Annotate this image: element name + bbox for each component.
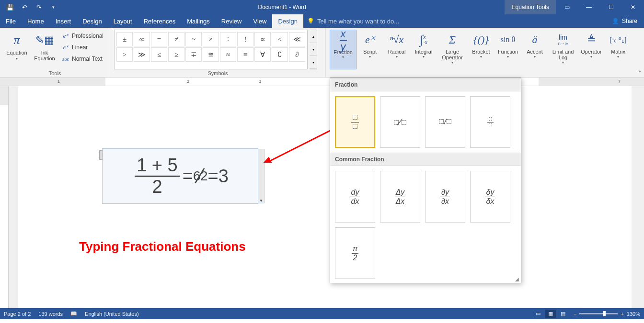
function-button[interactable]: sin θFunction▾ xyxy=(494,30,521,69)
symbol-cell[interactable]: ≡ xyxy=(237,47,253,62)
symbol-cell[interactable]: ∓ xyxy=(185,47,202,62)
chevron-down-icon: ▾ xyxy=(16,56,18,61)
equation-editor-box[interactable]: 1 + 5 2 = 6⁄2 = 3 ▼ xyxy=(102,148,258,204)
symbol-cell[interactable]: ÷ xyxy=(220,32,236,46)
fraction-template-linear[interactable]: / xyxy=(425,96,465,148)
equation-options-dropdown[interactable]: ▼ xyxy=(258,149,264,203)
scroll-up-icon[interactable]: ▴ xyxy=(310,30,317,43)
zoom-out-button[interactable]: − xyxy=(574,311,576,317)
common-fraction-item[interactable]: ΔyΔx xyxy=(380,171,420,223)
tab-view[interactable]: View xyxy=(247,14,272,28)
common-fraction-item[interactable]: π2 xyxy=(335,227,375,279)
symbol-cell[interactable]: × xyxy=(203,32,219,46)
normal-text-button[interactable]: abcNormal Text xyxy=(59,54,105,64)
document-page[interactable]: 1 + 5 2 = 6⁄2 = 3 ▼ Typing Fractional Eq… xyxy=(18,86,632,308)
stacked-fraction[interactable]: 1 + 5 2 xyxy=(135,155,180,197)
resize-grip-icon[interactable]: ◢ xyxy=(515,277,519,282)
symbol-cell[interactable]: = xyxy=(151,32,167,46)
symbol-cell[interactable]: ~ xyxy=(185,32,202,46)
symbol-cell[interactable]: ∝ xyxy=(254,32,271,46)
qat-more-icon[interactable]: ▾ xyxy=(47,1,59,13)
script-button[interactable]: eˣScript▾ xyxy=(356,30,383,69)
tab-home[interactable]: Home xyxy=(22,14,50,28)
tab-insert[interactable]: Insert xyxy=(50,14,77,28)
radical-icon: ⁿ√x xyxy=(390,31,404,49)
limit-log-button[interactable]: limn→∞Limit and Log▾ xyxy=(548,30,578,69)
accent-button[interactable]: äAccent▾ xyxy=(521,30,548,69)
symbol-cell[interactable]: ≥ xyxy=(168,47,184,62)
save-icon[interactable]: 💾 xyxy=(4,1,16,13)
zoom-level[interactable]: 130% xyxy=(627,311,640,317)
fraction-template-skewed[interactable]: ⁄ xyxy=(380,96,420,148)
equation-result[interactable]: 3 xyxy=(218,166,229,187)
skewed-fraction[interactable]: 6⁄2 xyxy=(193,164,208,188)
symbol-cell[interactable]: ≫ xyxy=(134,47,150,62)
read-mode-icon[interactable]: ▭ xyxy=(532,310,544,318)
tab-file[interactable]: File xyxy=(0,14,22,28)
symbol-cell[interactable]: ∀ xyxy=(254,47,271,62)
minimize-icon[interactable]: — xyxy=(578,0,600,14)
equation-button[interactable]: π Equation ▾ xyxy=(4,30,30,69)
common-fraction-item[interactable]: dydx xyxy=(335,171,375,223)
operator-button[interactable]: ≜Operator▾ xyxy=(578,30,605,69)
symbol-cell[interactable]: ! xyxy=(237,32,253,46)
print-layout-icon[interactable]: ▦ xyxy=(545,310,556,318)
ink-equation-button[interactable]: ✎▦ Ink Equation xyxy=(32,30,58,69)
tab-references[interactable]: References xyxy=(138,14,181,28)
tab-layout[interactable]: Layout xyxy=(108,14,138,28)
fraction-button[interactable]: xy Fraction▾ xyxy=(330,30,356,69)
tab-review[interactable]: Review xyxy=(216,14,248,28)
close-icon[interactable]: ✕ xyxy=(622,0,644,14)
status-word-count[interactable]: 139 words xyxy=(38,311,63,317)
fraction-numerator[interactable]: 1 + 5 xyxy=(135,155,180,177)
zoom-in-button[interactable]: + xyxy=(621,311,623,317)
matrix-button[interactable]: [¹₀ ⁰₁]Matrix▾ xyxy=(605,30,632,69)
zoom-slider[interactable] xyxy=(579,313,618,314)
symbols-gallery[interactable]: ±∞=≠~×÷!∝<≪>≫≤≥∓≅≈≡∀∁∂ xyxy=(114,30,308,69)
symbol-cell[interactable]: > xyxy=(116,47,133,62)
maximize-icon[interactable]: ☐ xyxy=(600,0,622,14)
equation-move-handle[interactable] xyxy=(99,150,103,160)
bracket-button[interactable]: {()}Bracket▾ xyxy=(468,30,494,69)
redo-icon[interactable]: ↷ xyxy=(33,1,45,13)
radical-button[interactable]: ⁿ√xRadical▾ xyxy=(383,30,410,69)
symbol-cell[interactable]: ≪ xyxy=(289,32,305,46)
scroll-down-icon[interactable]: ▾ xyxy=(310,43,317,56)
fraction-template-small[interactable] xyxy=(470,96,510,148)
undo-icon[interactable]: ↶ xyxy=(18,1,31,13)
web-layout-icon[interactable]: ▤ xyxy=(557,310,569,318)
integral-button[interactable]: ∫x-xIntegral▾ xyxy=(410,30,437,69)
fraction-template-stacked[interactable] xyxy=(335,96,375,148)
tab-design[interactable]: Design xyxy=(77,14,107,28)
script-icon: eˣ xyxy=(365,31,375,49)
symbol-cell[interactable]: ≠ xyxy=(168,32,184,46)
symbol-cell[interactable]: ± xyxy=(116,32,133,46)
ink-icon: ✎▦ xyxy=(35,31,54,50)
collapse-ribbon-icon[interactable]: ˄ xyxy=(639,70,641,75)
symbol-cell[interactable]: ∂ xyxy=(289,47,305,62)
symbol-cell[interactable]: ∁ xyxy=(272,47,288,62)
symbol-cell[interactable]: < xyxy=(272,32,288,46)
spellcheck-icon[interactable]: 📖 xyxy=(70,311,77,317)
large-operator-button[interactable]: ΣLarge Operator▾ xyxy=(437,30,468,69)
symbol-cell[interactable]: ≈ xyxy=(220,47,236,62)
status-page[interactable]: Page 2 of 2 xyxy=(4,311,31,317)
symbol-cell[interactable]: ≅ xyxy=(203,47,219,62)
ribbon-display-options-icon[interactable]: ▭ xyxy=(556,0,578,14)
tab-equation-design[interactable]: Design xyxy=(272,14,303,28)
professional-button[interactable]: eˣProfessional xyxy=(59,31,105,41)
tell-me-search[interactable]: 💡 Tell me what you want to do... xyxy=(303,14,605,28)
vertical-ruler[interactable] xyxy=(0,86,9,308)
common-fraction-item[interactable]: δyδx xyxy=(470,171,510,223)
horizontal-ruler[interactable]: 1 2 3 7 xyxy=(0,78,644,86)
linear-button[interactable]: eˣLinear xyxy=(59,42,105,53)
fraction-denominator[interactable]: 2 xyxy=(150,177,164,197)
common-fraction-item[interactable]: ∂y∂x xyxy=(425,171,465,223)
symbol-cell[interactable]: ∞ xyxy=(134,32,150,46)
tab-mailings[interactable]: Mailings xyxy=(181,14,216,28)
gallery-more-icon[interactable]: ▾ xyxy=(310,56,317,69)
symbol-cell[interactable]: ≤ xyxy=(151,47,167,62)
document-area[interactable]: 1 + 5 2 = 6⁄2 = 3 ▼ Typing Fractional Eq… xyxy=(0,86,644,308)
status-language[interactable]: English (United States) xyxy=(85,311,139,317)
share-button[interactable]: 👤 Share xyxy=(605,14,644,28)
